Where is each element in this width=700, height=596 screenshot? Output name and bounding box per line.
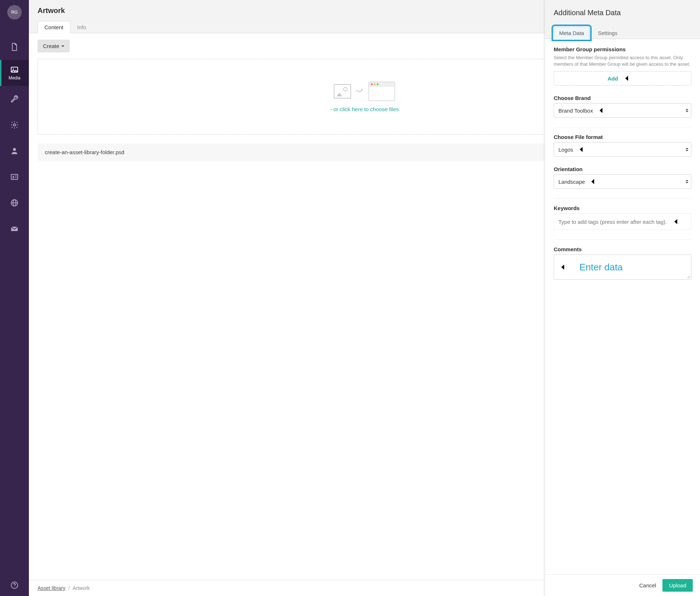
panel-footer: Cancel Upload xyxy=(545,574,700,596)
nav-users[interactable] xyxy=(0,138,29,164)
orientation-title: Orientation xyxy=(554,166,691,172)
hint-arrow-icon xyxy=(589,178,604,185)
svg-point-2 xyxy=(13,69,14,70)
hint-arrow-icon xyxy=(623,75,638,82)
nav-settings-wrench[interactable] xyxy=(0,86,29,112)
dropzone-text: - or click here to choose files xyxy=(330,106,399,112)
divider xyxy=(554,127,691,127)
create-button[interactable]: Create xyxy=(38,40,70,52)
user-icon xyxy=(10,147,19,155)
nav-members[interactable] xyxy=(0,164,29,190)
brand-title: Choose Brand xyxy=(554,95,691,101)
format-title: Choose File format xyxy=(554,134,691,140)
svg-point-14 xyxy=(14,587,14,587)
nav-content[interactable] xyxy=(0,34,29,60)
divider xyxy=(554,198,691,199)
tab-settings[interactable]: Settings xyxy=(592,27,623,39)
permissions-title: Member Group permissions xyxy=(554,46,691,52)
hint-arrow-icon xyxy=(559,264,574,271)
svg-point-4 xyxy=(13,148,16,151)
svg-point-6 xyxy=(13,176,14,177)
permissions-desc: Select the Member Group permitted access… xyxy=(554,55,691,68)
section-format: Choose File format Logos xyxy=(554,134,691,157)
format-select[interactable]: Logos xyxy=(554,142,691,157)
comments-input[interactable]: Enter data xyxy=(554,255,691,280)
panel-tabs: Meta Data Settings xyxy=(554,26,691,39)
tab-info[interactable]: Info xyxy=(70,21,93,33)
image-icon xyxy=(10,65,19,74)
nav-media-label: Media xyxy=(9,75,21,81)
metadata-panel: Additional Meta Data Meta Data Settings … xyxy=(545,0,700,596)
avatar[interactable]: RG xyxy=(7,5,22,19)
orientation-select[interactable]: Landscape xyxy=(554,174,691,189)
nav-media[interactable]: Media xyxy=(0,60,29,86)
section-keywords: Keywords xyxy=(554,205,691,230)
format-value: Logos xyxy=(558,147,573,153)
resize-grip-icon[interactable] xyxy=(687,275,690,278)
image-placeholder-icon xyxy=(334,84,351,99)
breadcrumb-current: Artwork xyxy=(73,585,90,591)
arrow-right-icon xyxy=(355,86,365,97)
tab-metadata[interactable]: Meta Data xyxy=(554,27,589,39)
nav-mail[interactable] xyxy=(0,216,29,242)
breadcrumb-root[interactable]: Asset library xyxy=(38,585,65,591)
nav-settings-gear[interactable] xyxy=(0,112,29,138)
caret-down-icon xyxy=(61,45,64,47)
section-comments: Comments Enter data xyxy=(554,246,691,280)
svg-rect-5 xyxy=(11,174,18,179)
main: Artwork Content Info Create xyxy=(29,0,700,596)
breadcrumb-separator: / xyxy=(68,585,70,591)
mail-icon xyxy=(10,225,19,233)
svg-point-3 xyxy=(13,124,16,126)
wrench-icon xyxy=(10,95,19,103)
section-orientation: Orientation Landscape xyxy=(554,166,691,189)
id-card-icon xyxy=(10,173,19,181)
document-icon xyxy=(10,43,19,51)
panel-body: Member Group permissions Select the Memb… xyxy=(545,39,700,574)
file-name: create-an-asset-library-folder.psd xyxy=(45,149,124,155)
cancel-button[interactable]: Cancel xyxy=(639,582,656,588)
panel-header: Additional Meta Data Meta Data Settings xyxy=(545,0,700,39)
brand-value: Brand Toolbox xyxy=(558,108,593,114)
create-button-label: Create xyxy=(43,43,59,49)
nav-rail: RG Media xyxy=(0,0,29,596)
hint-arrow-icon xyxy=(578,146,592,153)
keywords-title: Keywords xyxy=(554,205,691,211)
hint-arrow-icon xyxy=(672,218,687,225)
dropzone-graphic xyxy=(334,82,395,101)
nav-translation[interactable] xyxy=(0,190,29,216)
keywords-input[interactable] xyxy=(554,213,691,230)
permissions-add-link[interactable]: Add xyxy=(608,75,618,82)
panel-title: Additional Meta Data xyxy=(554,9,691,17)
upload-button[interactable]: Upload xyxy=(662,579,693,592)
divider xyxy=(554,239,691,240)
hint-arrow-icon xyxy=(597,107,612,114)
section-brand: Choose Brand Brand Toolbox xyxy=(554,95,691,118)
orientation-value: Landscape xyxy=(558,179,585,185)
comments-hint: Enter data xyxy=(579,262,623,273)
comments-title: Comments xyxy=(554,246,691,252)
keywords-field[interactable] xyxy=(558,219,667,225)
globe-icon xyxy=(10,199,19,207)
section-permissions: Member Group permissions Select the Memb… xyxy=(554,46,691,86)
tab-content[interactable]: Content xyxy=(38,21,70,33)
permissions-add-box[interactable]: Add xyxy=(554,71,691,86)
help-icon xyxy=(10,581,19,590)
browser-window-icon xyxy=(368,82,395,101)
nav-help[interactable] xyxy=(0,574,29,596)
brand-select[interactable]: Brand Toolbox xyxy=(554,103,691,118)
gear-icon xyxy=(10,121,19,129)
